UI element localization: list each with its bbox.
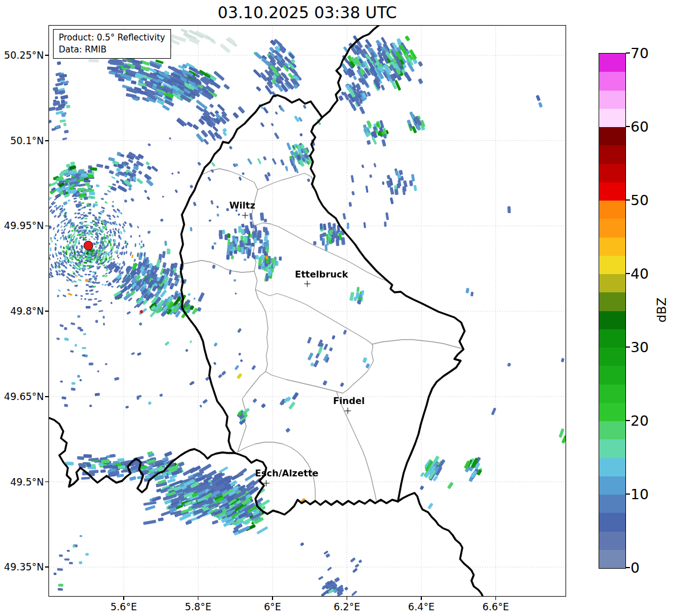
colorbar-tick-mark <box>626 199 630 201</box>
colorbar-band <box>599 201 625 219</box>
colorbar-band <box>599 54 625 72</box>
city-marker <box>242 213 249 219</box>
figure-title: 03.10.2025 03:38 UTC <box>48 3 566 22</box>
colorbar-tick-mark <box>626 346 630 348</box>
product-info-box: Product: 0.5° Reflectivity Data: RMIB <box>53 29 171 59</box>
colorbar-tick-label: 40 <box>631 266 649 282</box>
colorbar-tick-label: 70 <box>631 45 649 62</box>
lat-tick-label: 50.25°N <box>1 50 44 61</box>
colorbar-tick-label: 30 <box>631 339 649 356</box>
lat-tick-mark <box>45 311 48 312</box>
colorbar-band <box>599 403 625 421</box>
colorbar-band <box>599 439 625 458</box>
colorbar-band <box>599 182 625 201</box>
colorbar-band <box>599 385 625 403</box>
lon-tick-mark <box>421 597 422 600</box>
lat-tick-mark <box>45 226 48 227</box>
colorbar-band <box>599 329 625 348</box>
lat-tick-label: 50.1°N <box>1 135 44 146</box>
colorbar-band <box>599 458 625 476</box>
colorbar-band <box>599 532 625 550</box>
lat-tick-label: 49.95°N <box>1 220 44 231</box>
colorbar-band <box>599 274 625 292</box>
city-marker <box>263 480 270 487</box>
colorbar-axis-label: dBZ <box>654 297 669 323</box>
city-label: Ettelbruck <box>295 269 348 280</box>
colorbar-tick-mark <box>626 126 630 127</box>
colorbar-tick-label: 50 <box>631 192 649 209</box>
colorbar-tick-mark <box>626 420 630 421</box>
lat-tick-label: 49.8°N <box>1 305 44 317</box>
city-label: Findel <box>333 395 365 406</box>
colorbar-band <box>599 109 625 127</box>
radar-map-canvas <box>48 25 566 597</box>
lat-tick-label: 49.35°N <box>1 561 44 573</box>
lat-tick-mark <box>45 55 48 56</box>
colorbar-tick-label: 60 <box>631 119 649 135</box>
colorbar-tick-mark <box>626 273 630 274</box>
colorbar-band <box>599 476 625 495</box>
colorbar-tick-mark <box>626 567 630 568</box>
colorbar-band <box>599 366 625 384</box>
lon-tick-label: 5.8°E <box>176 601 221 613</box>
product-line: Product: 0.5° Reflectivity <box>59 32 165 44</box>
lon-tick-label: 6°E <box>250 601 295 613</box>
lon-tick-mark <box>495 597 497 600</box>
lon-tick-label: 5.6°E <box>101 601 147 613</box>
lon-tick-mark <box>198 597 199 600</box>
radar-site-dot <box>84 241 93 251</box>
colorbar-band <box>599 238 625 256</box>
lon-tick-mark <box>347 597 348 600</box>
colorbar-tick-mark <box>626 493 630 495</box>
colorbar-band <box>599 348 625 366</box>
lat-tick-mark <box>45 566 48 568</box>
colorbar-band <box>599 127 625 145</box>
city-label: Esch/Alzette <box>255 468 318 479</box>
reflectivity-colorbar <box>599 53 626 569</box>
colorbar-band <box>599 421 625 439</box>
colorbar-band <box>599 91 625 109</box>
colorbar-band <box>599 495 625 513</box>
lat-tick-label: 49.65°N <box>1 391 44 402</box>
lon-tick-label: 6.4°E <box>399 601 444 613</box>
colorbar-tick-label: 10 <box>631 486 649 503</box>
colorbar-band <box>599 72 625 90</box>
lon-tick-mark <box>123 597 124 600</box>
lon-tick-label: 6.6°E <box>473 601 519 613</box>
city-marker <box>345 408 351 414</box>
lat-tick-mark <box>45 396 48 397</box>
colorbar-tick-label: 0 <box>631 560 640 576</box>
colorbar-band <box>599 256 625 274</box>
colorbar-band <box>599 292 625 311</box>
colorbar-band <box>599 311 625 329</box>
lon-tick-mark <box>272 597 273 600</box>
colorbar-band <box>599 513 625 531</box>
colorbar-tick-label: 20 <box>631 413 649 429</box>
colorbar-tick-mark <box>626 52 630 54</box>
colorbar-band <box>599 219 625 237</box>
colorbar-band <box>599 145 625 164</box>
city-marker <box>304 281 311 287</box>
radar-figure-page: { "title": "03.10.2025 03:38 UTC", "info… <box>0 0 675 616</box>
lon-tick-label: 6.2°E <box>324 601 370 613</box>
data-source-line: Data: RMIB <box>59 44 165 56</box>
lat-tick-mark <box>45 482 48 483</box>
lat-tick-label: 49.5°N <box>1 476 44 488</box>
colorbar-band <box>599 550 625 568</box>
lat-tick-mark <box>45 140 48 141</box>
city-label: Wiltz <box>229 200 255 211</box>
colorbar-band <box>599 164 625 182</box>
